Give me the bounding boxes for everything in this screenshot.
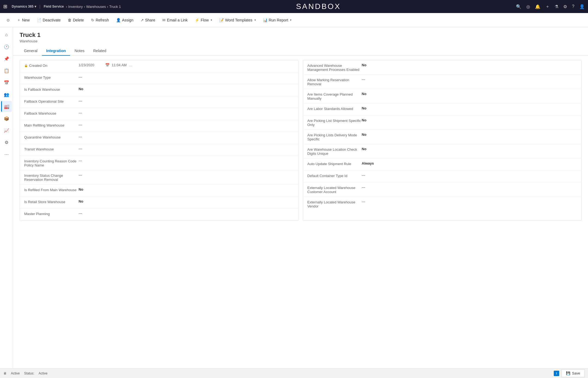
back-icon: ⊙ — [7, 18, 10, 22]
tab-integration[interactable]: Integration — [42, 46, 70, 56]
history-back-button[interactable]: ⊙ — [3, 16, 13, 24]
quarantine-value: --- — [79, 135, 294, 139]
page-title: Truck 1 — [20, 32, 581, 39]
warehouse-type-value: --- — [79, 75, 294, 79]
breadcrumb-warehouses[interactable]: Warehouses — [86, 5, 106, 9]
sidebar-reports[interactable]: 📈 — [1, 125, 12, 136]
ext-vendor-value: --- — [362, 200, 577, 204]
inventory-status-label: Inventory Status Change Reservation Remo… — [24, 173, 79, 182]
left-form-section: 🔒 Created On 📅 11:04 AM … Warehouse Type — [20, 60, 298, 221]
field-picking-lists-delivery: Are Picking Lists Delivery Mode Specific… — [303, 130, 581, 144]
created-on-value: 📅 11:04 AM … — [79, 63, 294, 67]
calendar-icon[interactable]: 📅 — [105, 63, 110, 67]
add-icon[interactable]: ＋ — [545, 4, 550, 10]
sidebar-recent[interactable]: 🕐 — [1, 41, 12, 52]
time-value: 11:04 AM — [112, 63, 127, 67]
sidebar-pinned[interactable]: 📌 — [1, 53, 12, 64]
auto-update-label: Auto Update Shipment Rule — [307, 161, 362, 166]
main-content: Truck 1 Warehouse General Integration No… — [13, 27, 588, 378]
field-fallback-op-site: Fallback Operational Site --- — [20, 96, 298, 108]
sidebar-contacts[interactable]: 👥 — [1, 89, 12, 100]
word-templates-button[interactable]: 📝 Word Templates ▾ — [216, 16, 259, 24]
date-input-field[interactable] — [79, 63, 103, 67]
is-fallback-label: Is Fallback Warehouse — [24, 87, 79, 92]
module-name[interactable]: Field Service — [44, 5, 64, 8]
field-allow-marking: Allow Marking Reservation Removal --- — [303, 75, 581, 89]
app-name[interactable]: Dynamics 365 — [12, 5, 33, 8]
fallback-op-site-value: --- — [79, 99, 294, 103]
created-on-label: 🔒 Created On — [24, 63, 79, 68]
items-coverage-value: No — [362, 92, 577, 96]
page-subtitle: Warehouse — [20, 39, 581, 43]
field-labor-standards: Are Labor Standards Allowed No — [303, 103, 581, 115]
labor-standards-label: Are Labor Standards Allowed — [307, 106, 362, 111]
user-icon[interactable]: 👤 — [579, 4, 585, 9]
notifications-icon[interactable]: 🔔 — [535, 4, 540, 9]
field-is-fallback: Is Fallback Warehouse No — [20, 84, 298, 96]
status-value: Active — [39, 371, 48, 375]
flow-icon: ⚡ — [195, 18, 199, 22]
auto-update-value: Always — [362, 161, 577, 165]
is-retail-label: Is Retail Store Warehouse — [24, 199, 79, 204]
tab-notes[interactable]: Notes — [70, 46, 89, 56]
tab-bar: General Integration Notes Related — [13, 43, 588, 56]
nav-divider: | — [39, 4, 41, 9]
fallback-warehouse-value: --- — [79, 111, 294, 115]
new-icon: ＋ — [17, 18, 21, 23]
sidebar-warehouse[interactable]: 🏭 — [1, 101, 12, 112]
waffle-menu[interactable]: ⊞ — [3, 4, 7, 10]
sidebar-activities[interactable]: 📅 — [1, 77, 12, 88]
field-picking-list-shipment: Are Picking List Shipment Specific Only … — [303, 115, 581, 130]
flow-button[interactable]: ⚡ Flow ▾ — [191, 16, 215, 24]
tab-related[interactable]: Related — [89, 46, 111, 56]
refresh-button[interactable]: ↻ Refresh — [88, 16, 112, 24]
inventory-counting-value: --- — [79, 159, 294, 163]
refresh-icon: ↻ — [91, 18, 94, 22]
ext-vendor-label: Externally Located Warehouse Vendor — [307, 200, 362, 208]
share-button[interactable]: ↗ Share — [137, 16, 158, 24]
field-transit: Transit Warehouse --- — [20, 144, 298, 156]
quarantine-label: Quarantine Warehouse — [24, 135, 79, 139]
field-inventory-status: Inventory Status Change Reservation Remo… — [20, 170, 298, 185]
status-left: 🖥 Active Status: Active — [3, 371, 48, 375]
left-sidebar: ⌂ 🕐 📌 📋 📅 👥 🏭 📦 📈 ⚙ ⋯ — [0, 27, 13, 378]
warehouse-type-label: Warehouse Type — [24, 75, 79, 80]
field-ext-vendor: Externally Located Warehouse Vendor --- — [303, 197, 581, 211]
field-auto-update: Auto Update Shipment Rule Always — [303, 159, 581, 171]
delete-button[interactable]: 🗑 Delete — [64, 16, 87, 24]
goals-icon[interactable]: ◎ — [526, 4, 530, 9]
picking-lists-delivery-label: Are Picking Lists Delivery Mode Specific — [307, 133, 362, 141]
run-report-icon: 📊 — [263, 18, 267, 22]
fallback-warehouse-label: Fallback Warehouse — [24, 111, 79, 115]
sidebar-notes[interactable]: 📋 — [1, 65, 12, 76]
field-advanced-wm: Advanced Warehouse Management Processes … — [303, 60, 581, 75]
tab-general[interactable]: General — [20, 46, 42, 56]
sidebar-inventory[interactable]: 📦 — [1, 113, 12, 124]
field-master-planning: Master Planning --- — [20, 209, 298, 220]
save-button[interactable]: 💾 Save — [561, 369, 585, 377]
filter-icon[interactable]: ⚗ — [555, 4, 558, 9]
email-icon: ✉ — [162, 18, 166, 22]
sidebar-settings2[interactable]: ⚙ — [1, 137, 12, 148]
sidebar-more[interactable]: ⋯ — [1, 149, 12, 160]
share-icon: ↗ — [141, 18, 144, 22]
run-report-button[interactable]: 📊 Run Report ▾ — [260, 16, 295, 24]
app-dropdown-icon[interactable]: ▾ — [35, 5, 36, 8]
picking-list-shipment-value: No — [362, 118, 577, 122]
assign-button[interactable]: 👤 Assign — [113, 16, 137, 24]
settings-icon[interactable]: ⚙ — [563, 4, 567, 9]
breadcrumb-truck1[interactable]: Truck 1 — [109, 5, 121, 9]
assign-icon: 👤 — [116, 18, 121, 22]
check-digits-label: Are Warehouse Location Check Digits Uniq… — [307, 147, 362, 156]
help-icon[interactable]: ? — [572, 4, 574, 9]
deactivate-button[interactable]: 📄 Deactivate — [33, 16, 64, 24]
breadcrumb-inventory[interactable]: Inventory — [68, 5, 83, 9]
main-layout: ⌂ 🕐 📌 📋 📅 👥 🏭 📦 📈 ⚙ ⋯ Truck 1 Warehouse … — [0, 27, 588, 378]
user-badge: I — [554, 371, 559, 376]
module-name-area: Field Service — [44, 5, 64, 8]
sidebar-home[interactable]: ⌂ — [1, 29, 12, 40]
brand-area: Dynamics 365 ▾ — [12, 5, 36, 8]
email-link-button[interactable]: ✉ Email a Link — [159, 16, 191, 24]
search-icon[interactable]: 🔍 — [516, 4, 521, 9]
new-button[interactable]: ＋ New — [14, 16, 33, 24]
